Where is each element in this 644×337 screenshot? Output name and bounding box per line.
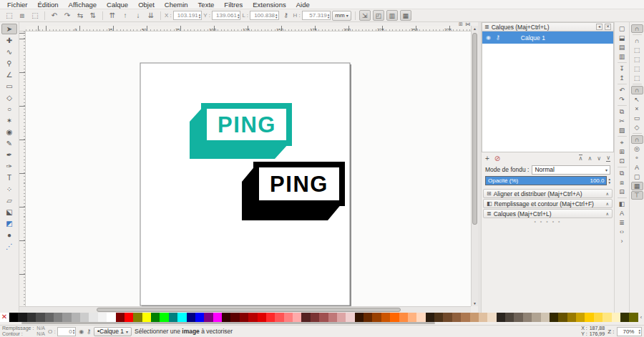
node-tool[interactable]: ✚ — [1, 35, 17, 46]
opacity-slider[interactable]: Opacité (%) 100.0 — [485, 176, 607, 185]
panel-align-distribute[interactable]: ⊞ Aligner et distribuer (Maj+Ctrl+A) ∧ — [483, 189, 613, 198]
scroll-up-icon[interactable]: ▲ — [472, 26, 478, 31]
snap-bbox-midpoints-icon[interactable]: ⬚ — [631, 64, 643, 73]
text-tool[interactable]: T — [1, 172, 17, 183]
overflow-icon[interactable]: › — [616, 237, 628, 245]
layer-row[interactable]: ◉ ⚷ Calque 1 — [482, 31, 613, 44]
canvas-svg[interactable]: PING PING — [26, 31, 471, 306]
undo-icon[interactable]: ↶ — [616, 86, 628, 94]
palette-swatch[interactable] — [169, 313, 177, 322]
palette-swatch[interactable] — [461, 313, 469, 322]
print-icon[interactable]: ▥ — [616, 52, 628, 61]
palette-swatch[interactable] — [160, 313, 168, 322]
layer-visibility-icon[interactable]: ◉ — [79, 328, 84, 335]
palette-swatch[interactable] — [558, 313, 567, 322]
palette-swatch[interactable] — [567, 313, 576, 322]
snap-page-border-icon[interactable]: ▢ — [631, 172, 643, 181]
snap-object-centers-icon[interactable]: ◎ — [631, 145, 643, 153]
export-icon[interactable]: ↥ — [616, 74, 628, 82]
palette-swatch[interactable] — [27, 313, 36, 322]
palette-swatch[interactable] — [204, 313, 213, 322]
snap-intersections-icon[interactable]: × — [631, 104, 643, 113]
command-icon[interactable] — [618, 62, 627, 63]
import-icon[interactable]: ↧ — [616, 64, 628, 73]
spinner-arrows[interactable]: ▴▾ — [72, 328, 75, 334]
text-dialog-icon[interactable]: A — [616, 209, 628, 218]
snap-bbox-corners-icon[interactable]: ⬚ — [631, 55, 643, 64]
layer-lower-button[interactable]: ∨ — [597, 155, 601, 162]
selector-tool[interactable]: ➤ — [1, 24, 17, 34]
detach-panel-icon[interactable]: ◂ — [596, 24, 602, 30]
vertical-ruler[interactable] — [19, 31, 26, 306]
palette-swatch[interactable] — [36, 313, 44, 322]
lock-ratio-icon[interactable]: ⚷ — [280, 11, 292, 21]
dock-resize-handle[interactable]: • • • • • — [482, 219, 614, 225]
raise-icon[interactable]: ↑ — [119, 11, 131, 21]
panel-fill-stroke[interactable]: ◧ Remplissage et contour (Maj+Ctrl+F) ∧ — [483, 199, 613, 208]
transform-stroke-icon[interactable]: ⇲ — [359, 10, 371, 21]
zoom-drawing-icon[interactable]: ⌖ — [616, 138, 628, 147]
palette-swatch[interactable] — [452, 313, 461, 322]
spinner-arrows[interactable]: ▴▾ — [638, 328, 640, 334]
palette-swatch[interactable] — [319, 313, 328, 322]
palette-swatch[interactable] — [258, 313, 266, 322]
xml-editor-icon[interactable]: ‹› — [616, 228, 628, 236]
layer-lock-icon[interactable]: ⚷ — [87, 328, 91, 335]
logo-black[interactable]: PING — [242, 165, 342, 220]
palette-swatch[interactable] — [470, 313, 479, 322]
palette-swatch[interactable] — [213, 313, 222, 322]
no-color-swatch[interactable]: ✕ — [0, 313, 9, 322]
palette-swatch[interactable] — [514, 313, 522, 322]
save-icon[interactable]: ▤ — [616, 43, 628, 52]
palette-swatch[interactable] — [541, 313, 550, 322]
gradient-tool[interactable]: ◩ — [1, 218, 17, 229]
cut-icon[interactable]: ✂ — [616, 117, 628, 125]
palette-swatch[interactable] — [532, 313, 540, 322]
delete-layer-button[interactable]: ⊘ — [494, 155, 500, 162]
transform-corners-icon[interactable]: ◰ — [373, 10, 384, 21]
palette-swatch[interactable] — [381, 313, 390, 322]
palette-swatch[interactable] — [399, 313, 408, 322]
snap-icon[interactable] — [633, 133, 642, 134]
fill-stroke-dialog-icon[interactable]: ◧ — [616, 200, 628, 208]
unlink-clone-icon[interactable]: ⊟ — [616, 187, 628, 196]
palette-swatch[interactable] — [293, 313, 301, 322]
object-opacity-input[interactable]: 0▴▾ — [57, 327, 77, 336]
height-field-input[interactable]: 57.319▴▾ — [302, 11, 331, 20]
width-field-input[interactable]: 100.838▴▾ — [250, 11, 279, 20]
pencil-tool[interactable]: ✎ — [1, 138, 17, 149]
select-all-icon[interactable]: ⬚ — [4, 11, 15, 21]
menu-item[interactable]: Texte — [193, 1, 220, 9]
palette-swatch[interactable] — [222, 313, 230, 322]
measure-tool[interactable]: ∠ — [1, 69, 17, 80]
palette-swatch[interactable] — [248, 313, 257, 322]
spinner-arrows[interactable]: ▴▾ — [327, 13, 330, 19]
vertical-scrollbar-thumb[interactable] — [472, 33, 477, 225]
bezier-tool[interactable]: ✒ — [1, 150, 17, 160]
palette-swatch[interactable] — [337, 313, 346, 322]
y-field-input[interactable]: 139.061▴▾ — [212, 11, 241, 20]
palette-swatch[interactable] — [62, 313, 71, 322]
palette-swatch[interactable] — [479, 313, 487, 322]
raise-to-top-icon[interactable]: ⇈ — [107, 11, 118, 21]
palette-swatch[interactable] — [187, 313, 195, 322]
box3d-tool[interactable]: ◇ — [1, 92, 17, 103]
palette-swatch[interactable] — [576, 313, 585, 322]
flip-vertical-icon[interactable]: ⇅ — [87, 11, 99, 21]
palette-swatch[interactable] — [416, 313, 425, 322]
snap-paths-icon[interactable]: ↖ — [631, 95, 643, 104]
palette-swatch[interactable] — [89, 313, 97, 322]
dropper-tool[interactable]: ● — [1, 230, 17, 240]
rotate-ccw-icon[interactable]: ↶ — [49, 11, 60, 21]
palette-swatch[interactable] — [497, 313, 505, 322]
zoom-selection-icon[interactable]: ⊡ — [616, 157, 628, 165]
palette-swatch[interactable] — [125, 313, 133, 322]
palette-swatch[interactable] — [116, 313, 125, 322]
menu-item[interactable]: Chemin — [160, 1, 193, 9]
command-icon[interactable] — [618, 197, 627, 198]
palette-swatch[interactable] — [80, 313, 89, 322]
palette-swatch[interactable] — [523, 313, 532, 322]
select-all-layers-icon[interactable]: ⧈ — [16, 11, 28, 21]
x-field-input[interactable]: 103.191▴▾ — [173, 11, 203, 20]
palette-swatch[interactable] — [487, 313, 496, 322]
